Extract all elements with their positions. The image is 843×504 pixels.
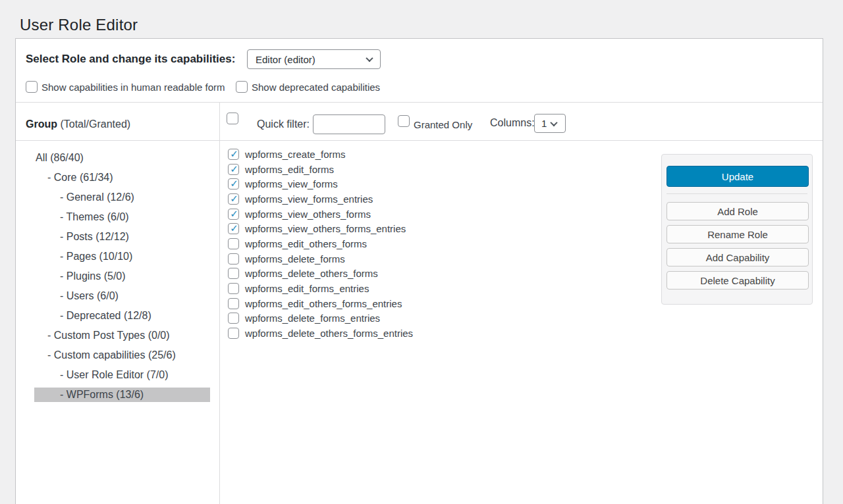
divider <box>666 193 807 194</box>
capability-checkbox[interactable] <box>228 313 239 324</box>
chevron-down-icon <box>551 118 558 126</box>
capability-row: wpforms_delete_others_forms_entries <box>228 326 413 341</box>
capability-row: wpforms_edit_others_forms_entries <box>228 296 413 311</box>
group-tree-item[interactable]: - Pages (10/10) <box>34 249 210 264</box>
role-select-value: Editor (editor) <box>256 54 367 65</box>
page-title: User Role Editor <box>20 16 138 34</box>
columns-label: Columns: <box>490 117 535 129</box>
capability-label: wpforms_delete_others_forms_entries <box>245 328 413 339</box>
columns-select[interactable]: 1 <box>534 114 566 133</box>
role-select[interactable]: Editor (editor) <box>247 49 381 69</box>
capability-checkbox[interactable] <box>228 268 239 279</box>
actions-panel: Update Add Role Rename Role Add Capabili… <box>661 154 813 305</box>
capability-row: wpforms_delete_others_forms <box>228 266 413 282</box>
capability-label: wpforms_edit_others_forms <box>245 238 367 249</box>
add-capability-button[interactable]: Add Capability <box>666 248 809 266</box>
page: User Role Editor Select Role and change … <box>0 0 843 504</box>
group-header-bold: Group <box>26 118 57 130</box>
group-tree-item[interactable]: - Themes (6/0) <box>34 210 210 224</box>
capability-label: wpforms_edit_forms <box>245 164 334 175</box>
delete-capability-button[interactable]: Delete Capability <box>666 271 809 290</box>
show-deprecated-checkbox[interactable] <box>236 81 248 93</box>
group-tree-item[interactable]: - Plugins (5/0) <box>34 269 210 284</box>
group-tree-item[interactable]: - General (12/6) <box>34 190 210 205</box>
capability-label: wpforms_view_others_forms <box>245 209 371 220</box>
capability-checkbox[interactable] <box>228 178 239 189</box>
capability-label: wpforms_delete_others_forms <box>245 268 378 279</box>
capability-checkbox[interactable] <box>228 298 239 309</box>
show-human-readable-checkbox[interactable] <box>26 81 38 93</box>
user-role-editor-panel: Select Role and change its capabilities:… <box>15 38 823 504</box>
capability-row: wpforms_view_others_forms_entries <box>228 221 413 236</box>
column-divider <box>219 102 220 504</box>
quick-filter-input[interactable] <box>313 114 385 134</box>
group-tree-item[interactable]: - Custom Post Types (0/0) <box>34 328 210 343</box>
capability-row: wpforms_view_others_forms <box>228 207 413 222</box>
capabilities-list: wpforms_create_formswpforms_edit_formswp… <box>228 147 413 341</box>
capability-label: wpforms_create_forms <box>245 149 346 160</box>
group-tree-item[interactable]: All (86/40) <box>34 151 210 165</box>
capability-row: wpforms_delete_forms_entries <box>228 311 413 326</box>
group-header: Group (Total/Granted) <box>26 118 130 130</box>
group-tree-item[interactable]: - WPForms (13/6) <box>34 388 210 402</box>
capability-checkbox[interactable] <box>228 164 239 175</box>
rename-role-button[interactable]: Rename Role <box>666 225 809 243</box>
select-role-label: Select Role and change its capabilities: <box>26 53 235 66</box>
capability-row: wpforms_create_forms <box>228 147 413 162</box>
capability-label: wpforms_delete_forms_entries <box>245 313 380 324</box>
capability-checkbox[interactable] <box>228 328 239 339</box>
groups-tree: All (86/40)- Core (61/34)- General (12/6… <box>34 151 210 407</box>
filter-toggle-checkbox[interactable] <box>227 113 238 124</box>
chevron-down-icon <box>366 55 373 62</box>
capability-checkbox[interactable] <box>228 149 239 160</box>
group-tree-item[interactable]: - Users (6/0) <box>34 289 210 303</box>
capability-label: wpforms_view_forms <box>245 178 338 189</box>
capability-label: wpforms_edit_others_forms_entries <box>245 298 402 309</box>
capability-checkbox[interactable] <box>228 238 239 249</box>
group-header-rest: (Total/Granted) <box>57 118 130 130</box>
group-tree-item[interactable]: - Custom capabilities (25/6) <box>34 348 210 363</box>
capability-checkbox[interactable] <box>228 253 239 265</box>
capability-label: wpforms_delete_forms <box>245 253 345 265</box>
granted-only-checkbox[interactable] <box>398 115 410 127</box>
capability-checkbox[interactable] <box>228 223 239 234</box>
capability-label: wpforms_view_others_forms_entries <box>245 223 406 234</box>
capability-row: wpforms_edit_forms <box>228 162 413 177</box>
add-role-button[interactable]: Add Role <box>666 202 809 220</box>
group-tree-item[interactable]: - Posts (12/12) <box>34 230 210 244</box>
capability-row: wpforms_view_forms_entries <box>228 191 413 207</box>
group-tree-item[interactable]: - Deprecated (12/8) <box>34 309 210 323</box>
capability-checkbox[interactable] <box>228 209 239 220</box>
show-deprecated-label: Show deprecated capabilities <box>252 82 380 93</box>
capability-checkbox[interactable] <box>228 193 239 205</box>
quick-filter-label: Quick filter: <box>257 118 310 130</box>
capability-row: wpforms_view_forms <box>228 176 413 191</box>
capability-label: wpforms_view_forms_entries <box>245 193 373 205</box>
columns-select-value: 1 <box>541 118 547 129</box>
divider <box>16 102 823 103</box>
capability-row: wpforms_delete_forms <box>228 251 413 266</box>
capability-row: wpforms_edit_forms_entries <box>228 281 413 296</box>
capability-row: wpforms_edit_others_forms <box>228 236 413 251</box>
show-human-readable-label: Show capabilities in human readable form <box>41 82 225 93</box>
group-tree-item[interactable]: - User Role Editor (7/0) <box>34 368 210 382</box>
update-button[interactable]: Update <box>666 166 809 187</box>
divider <box>16 140 823 141</box>
granted-only-label: Granted Only <box>414 119 472 130</box>
capability-checkbox[interactable] <box>228 283 239 294</box>
capability-label: wpforms_edit_forms_entries <box>245 283 369 294</box>
group-tree-item[interactable]: - Core (61/34) <box>34 170 210 185</box>
